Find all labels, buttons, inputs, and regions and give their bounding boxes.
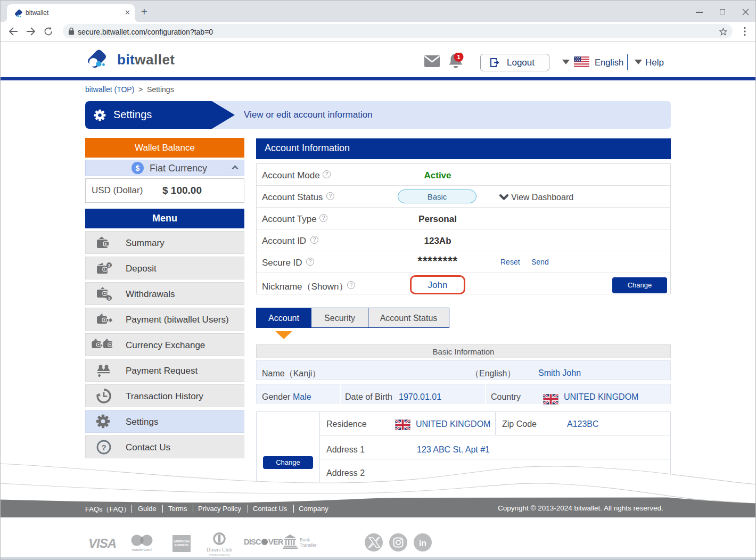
svg-text:AMERICAN: AMERICAN bbox=[174, 540, 190, 543]
svg-text:Bank: Bank bbox=[300, 537, 310, 542]
svg-text:mastercard: mastercard bbox=[132, 547, 152, 552]
svg-text:in: in bbox=[419, 539, 426, 548]
svg-text:DISC: DISC bbox=[244, 538, 261, 546]
svg-text:1: 1 bbox=[457, 54, 460, 60]
svg-text:$: $ bbox=[136, 164, 140, 172]
svg-text:VISA: VISA bbox=[88, 536, 116, 550]
svg-text:Diners Club: Diners Club bbox=[207, 547, 233, 553]
svg-text:VER: VER bbox=[268, 538, 284, 546]
svg-text:INTERNATIONAL: INTERNATIONAL bbox=[209, 554, 230, 556]
svg-text:EXPRESS: EXPRESS bbox=[175, 543, 188, 547]
svg-text:Transfer: Transfer bbox=[300, 542, 317, 548]
